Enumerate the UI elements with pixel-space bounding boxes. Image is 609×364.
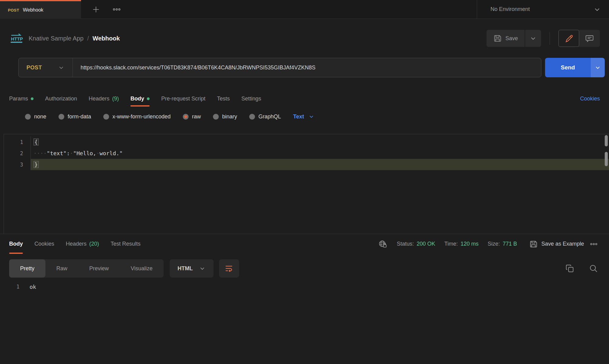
- comment-icon: [585, 34, 594, 43]
- radio-icon: [58, 114, 64, 120]
- whitespace-dots: ·: [70, 150, 73, 156]
- tab-strip: [81, 0, 477, 19]
- response-actions: [563, 262, 600, 275]
- response-tab-body-label: Body: [9, 241, 23, 247]
- body-mode-row: none form-data x-www-form-urlencoded raw…: [0, 108, 609, 125]
- bracket-highlight: }: [34, 161, 39, 168]
- tab-authorization-label: Authorization: [45, 96, 77, 102]
- search-icon: [589, 264, 598, 273]
- radio-icon: [249, 114, 255, 120]
- http-protocol-badge: HTTP: [9, 33, 23, 44]
- response-options-button[interactable]: [588, 238, 600, 250]
- mode-graphql[interactable]: GraphQL: [249, 114, 281, 120]
- response-tab-headers[interactable]: Headers (20): [66, 234, 99, 254]
- tab-authorization[interactable]: Authorization: [45, 91, 77, 107]
- mode-binary[interactable]: binary: [213, 114, 237, 120]
- tab-tests[interactable]: Tests: [217, 91, 230, 107]
- copy-response-button[interactable]: [563, 262, 576, 275]
- edit-mode-button[interactable]: [558, 30, 579, 47]
- method-selector[interactable]: POST: [19, 58, 73, 77]
- radio-icon: [213, 114, 219, 120]
- toolbar-divider: [550, 32, 550, 45]
- tab-pre-request-script[interactable]: Pre-request Script: [161, 91, 205, 107]
- save-options-button[interactable]: [525, 30, 541, 47]
- breadcrumb-separator: /: [87, 35, 89, 42]
- save-button[interactable]: Save: [487, 30, 525, 47]
- search-response-button[interactable]: [587, 262, 600, 275]
- svg-text:HTTP: HTTP: [11, 36, 23, 41]
- tab-params[interactable]: Params: [9, 91, 34, 107]
- new-tab-button[interactable]: [90, 3, 102, 16]
- bracket-highlight: {: [34, 138, 39, 145]
- breadcrumb-collection[interactable]: Knative Sample App: [29, 35, 83, 42]
- format-selector[interactable]: HTML: [170, 259, 214, 278]
- method-label: POST: [27, 65, 42, 71]
- tab-params-label: Params: [9, 96, 28, 102]
- environment-name: No Environment: [490, 6, 530, 12]
- view-pretty[interactable]: Pretty: [9, 259, 45, 278]
- request-tab[interactable]: POST Webhook: [0, 0, 81, 19]
- view-preview[interactable]: Preview: [78, 259, 120, 278]
- cookies-link[interactable]: Cookies: [580, 96, 600, 102]
- line-number: 1: [4, 136, 31, 148]
- response-meta: Status: 200 OK Time: 120 ms Size: 771 B …: [378, 238, 600, 250]
- globe-lock-icon: [378, 240, 388, 248]
- response-body[interactable]: 1 ok: [0, 284, 609, 290]
- tab-options-button[interactable]: [110, 3, 123, 16]
- status-label: Status:: [397, 241, 414, 247]
- save-as-example-button[interactable]: Save as Example: [529, 240, 584, 248]
- tab-headers[interactable]: Headers (9): [89, 91, 119, 107]
- response-tab-test-results[interactable]: Test Results: [111, 234, 140, 254]
- size-group[interactable]: Size: 771 B: [488, 241, 517, 247]
- response-tabs: Body Cookies Headers (20) Test Results: [9, 234, 140, 254]
- editor-scrollbar-thumb[interactable]: [605, 135, 608, 146]
- response-tab-body[interactable]: Body: [9, 234, 23, 254]
- whitespace-dots: ·: [96, 150, 100, 156]
- status-group[interactable]: Status: 200 OK: [397, 241, 435, 247]
- whitespace-dots: ····: [34, 150, 47, 156]
- response-tab-headers-count: (20): [89, 241, 99, 247]
- editor-line: 1 {: [4, 136, 609, 148]
- environment-selector[interactable]: No Environment: [477, 0, 609, 19]
- language-selector[interactable]: Text: [293, 114, 314, 120]
- save-split-button: Save: [487, 30, 541, 47]
- request-tabs: Params Authorization Headers (9) Body Pr…: [0, 91, 609, 107]
- chevron-down-icon: [593, 5, 601, 13]
- chevron-down-icon: [529, 35, 537, 42]
- tab-body[interactable]: Body: [130, 91, 150, 107]
- size-value: 771 B: [503, 241, 517, 247]
- view-raw[interactable]: Raw: [45, 259, 78, 278]
- mode-raw[interactable]: raw: [183, 114, 201, 120]
- code-line-3: }: [31, 159, 609, 170]
- json-key: "text":: [47, 150, 70, 156]
- mode-x-www-form-urlencoded[interactable]: x-www-form-urlencoded: [103, 114, 171, 120]
- mode-none[interactable]: none: [25, 114, 46, 120]
- mode-form-data-label: form-data: [68, 114, 91, 120]
- tab-settings[interactable]: Settings: [241, 91, 261, 107]
- request-body-editor[interactable]: 1 { 2 ····"text":·"Hello,·world." 3 }: [4, 134, 609, 234]
- editor-scrollbar-marker[interactable]: [605, 152, 608, 166]
- view-mode-group: [558, 30, 600, 47]
- chevron-down-icon: [58, 64, 65, 71]
- comments-button[interactable]: [579, 30, 600, 47]
- response-tab-cookies[interactable]: Cookies: [34, 234, 54, 254]
- wrap-text-button[interactable]: [219, 259, 239, 278]
- url-input[interactable]: https://hooks.slack.com/services/T06TD83…: [73, 58, 541, 77]
- size-label: Size:: [488, 241, 500, 247]
- view-visualize[interactable]: Visualize: [120, 259, 164, 278]
- time-label: Time:: [444, 241, 458, 247]
- tab-pre-request-script-label: Pre-request Script: [161, 96, 205, 102]
- send-button[interactable]: Send: [545, 58, 591, 77]
- send-options-button[interactable]: [591, 58, 605, 77]
- status-value: 200 OK: [416, 241, 435, 247]
- mode-form-data[interactable]: form-data: [58, 114, 91, 120]
- send-split-button: Send: [545, 58, 605, 77]
- breadcrumb-request-name[interactable]: Webhook: [93, 35, 120, 42]
- time-group[interactable]: Time: 120 ms: [444, 241, 478, 247]
- response-text: ok: [27, 284, 36, 290]
- save-as-example-label: Save as Example: [541, 241, 584, 247]
- tab-headers-count: (9): [112, 96, 119, 102]
- format-selector-label: HTML: [178, 265, 193, 272]
- line-number: 2: [4, 148, 31, 159]
- green-dot-icon: [31, 97, 34, 100]
